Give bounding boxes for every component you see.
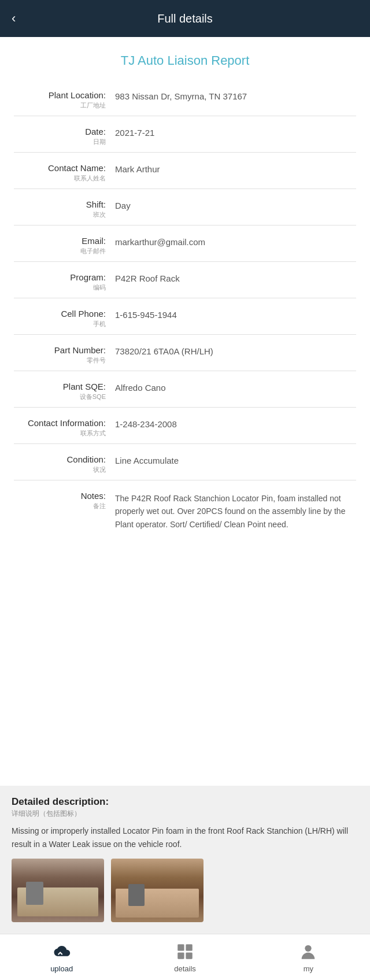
field-row-contact-name: Contact Name: 联系人姓名 Mark Arthur <box>14 153 356 189</box>
upload-icon <box>50 941 73 962</box>
contact-name-value: Mark Arthur <box>115 163 356 174</box>
photo-2[interactable] <box>111 859 204 922</box>
notes-value: The P42R Roof Rack Stanchion Locator Pin… <box>115 491 356 531</box>
cell-phone-label: Cell Phone: 手机 <box>14 309 115 328</box>
notes-label: Notes: 备注 <box>14 491 115 511</box>
plant-sqe-label: Plant SQE: 设备SQE <box>14 382 115 401</box>
my-icon <box>297 941 320 962</box>
field-row-program: Program: 编码 P42R Roof Rack <box>14 262 356 298</box>
part-number-label: Part Number: 零件号 <box>14 345 115 365</box>
field-row-email: Email: 电子邮件 markarthur@gmail.com <box>14 225 356 262</box>
contact-info-label: Contact Information: 联系方式 <box>14 418 115 438</box>
notes-row: Notes: 备注 The P42R Roof Rack Stanchion L… <box>14 480 356 537</box>
field-row-plant-sqe: Plant SQE: 设备SQE Alfredo Cano <box>14 371 356 408</box>
header: ‹ Full details <box>0 0 370 37</box>
field-row-shift: Shift: 班次 Day <box>14 189 356 225</box>
email-value: markarthur@gmail.com <box>115 236 356 247</box>
svg-point-4 <box>305 945 312 952</box>
nav-details[interactable]: details <box>123 941 246 973</box>
contact-info-value: 1-248-234-2008 <box>115 418 356 429</box>
field-row-part-number: Part Number: 零件号 73820/21 6TA0A (RH/LH) <box>14 335 356 371</box>
cell-phone-value: 1-615-945-1944 <box>115 309 356 320</box>
nav-my[interactable]: my <box>247 941 370 973</box>
nav-details-label: details <box>174 964 196 973</box>
field-row-condition: Condition: 状况 Line Accumulate <box>14 444 356 480</box>
detail-heading-sub: 详细说明（包括图标） <box>12 809 358 819</box>
svg-rect-0 <box>177 944 184 951</box>
part-number-value: 73820/21 6TA0A (RH/LH) <box>115 345 356 356</box>
plant-location-label: Plant Location: 工厂地址 <box>14 90 115 110</box>
field-row-date: Date: 日期 2021-7-21 <box>14 116 356 153</box>
nav-upload-label: upload <box>50 964 73 973</box>
detail-section: Detailed description: 详细说明（包括图标） Missing… <box>0 786 370 934</box>
program-value: P42R Roof Rack <box>115 272 356 283</box>
report-title: TJ Auto Liaison Report <box>0 37 370 80</box>
detail-heading: Detailed description: <box>12 796 358 808</box>
detail-text: Missing or improperly installed Locator … <box>12 824 358 850</box>
nav-upload[interactable]: upload <box>0 941 123 973</box>
svg-rect-2 <box>177 952 184 959</box>
back-button[interactable]: ‹ <box>12 11 46 26</box>
shift-value: Day <box>115 199 356 210</box>
svg-rect-3 <box>186 952 192 959</box>
shift-label: Shift: 班次 <box>14 199 115 219</box>
nav-my-label: my <box>304 964 313 973</box>
form-section: Plant Location: 工厂地址 983 Nissan Dr, Smyr… <box>0 80 370 776</box>
details-icon <box>173 941 197 962</box>
date-value: 2021-7-21 <box>115 127 356 138</box>
field-row-plant-location: Plant Location: 工厂地址 983 Nissan Dr, Smyr… <box>14 80 356 116</box>
contact-name-label: Contact Name: 联系人姓名 <box>14 163 115 183</box>
condition-label: Condition: 状况 <box>14 454 115 474</box>
field-row-cell-phone: Cell Phone: 手机 1-615-945-1944 <box>14 298 356 335</box>
program-label: Program: 编码 <box>14 272 115 292</box>
condition-value: Line Accumulate <box>115 454 356 465</box>
image-row <box>12 859 358 922</box>
plant-location-value: 983 Nissan Dr, Smyrna, TN 37167 <box>115 90 356 101</box>
field-row-contact-info: Contact Information: 联系方式 1-248-234-2008 <box>14 408 356 444</box>
bottom-nav: upload details my <box>0 934 370 980</box>
plant-sqe-value: Alfredo Cano <box>115 382 356 393</box>
photo-1[interactable] <box>12 859 104 922</box>
email-label: Email: 电子邮件 <box>14 236 115 256</box>
header-title: Full details <box>157 12 213 25</box>
date-label: Date: 日期 <box>14 127 115 146</box>
svg-rect-1 <box>186 944 192 951</box>
